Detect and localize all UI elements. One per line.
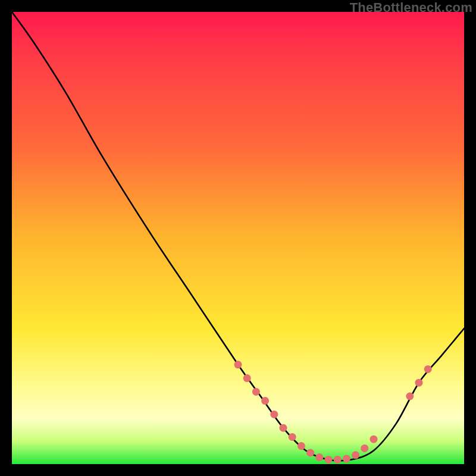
chart-frame bbox=[12, 12, 464, 464]
curve-marker bbox=[415, 379, 423, 387]
curve-marker bbox=[315, 453, 323, 461]
curve-marker bbox=[343, 455, 350, 462]
curve-marker bbox=[352, 451, 359, 459]
chart-svg bbox=[12, 12, 464, 464]
curve-marker bbox=[306, 449, 314, 457]
curve-marker bbox=[406, 393, 414, 400]
curve-marker bbox=[361, 444, 368, 452]
curve-marker bbox=[261, 397, 269, 405]
curve-marker bbox=[270, 411, 278, 418]
curve-marker bbox=[234, 361, 242, 368]
curve-marker bbox=[289, 433, 296, 441]
curve-marker bbox=[298, 442, 305, 450]
curve-marker bbox=[243, 374, 251, 382]
curve-marker bbox=[325, 456, 333, 464]
curve-marker bbox=[280, 424, 287, 432]
curve-marker bbox=[252, 388, 260, 396]
curve-marker bbox=[334, 456, 342, 464]
curve-marker bbox=[370, 436, 378, 443]
bottleneck-curve bbox=[12, 12, 464, 461]
curve-marker bbox=[424, 365, 432, 373]
